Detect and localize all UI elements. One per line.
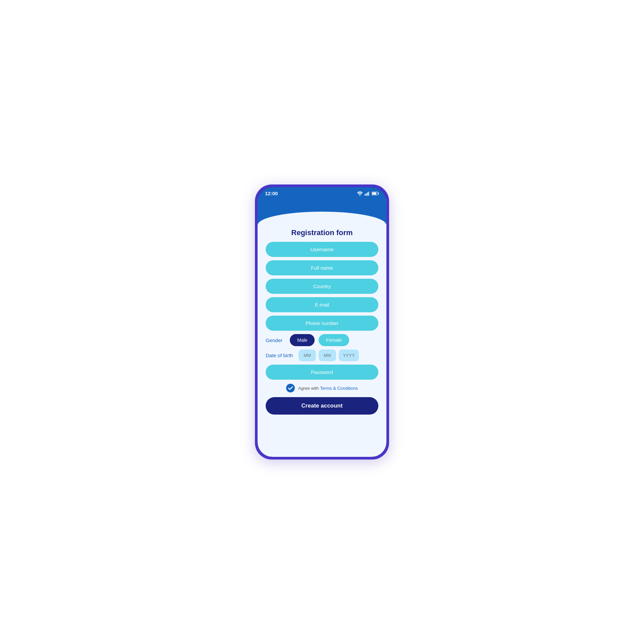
svg-rect-6	[378, 193, 379, 194]
svg-rect-7	[372, 192, 377, 194]
dob-label: Date of birth	[266, 353, 296, 358]
check-icon	[288, 385, 293, 391]
email-input[interactable]	[266, 297, 378, 312]
dob-year-input[interactable]	[339, 350, 359, 361]
gender-label: Gender	[266, 337, 286, 343]
svg-rect-2	[366, 193, 367, 196]
create-account-button[interactable]: Create account	[266, 397, 378, 415]
dob-month-input[interactable]	[299, 350, 316, 361]
phone-screen: 12:00	[258, 187, 386, 457]
svg-rect-3	[367, 192, 368, 196]
status-time: 12:00	[265, 191, 278, 196]
terms-link[interactable]: Terms & Conditions	[320, 386, 358, 391]
status-bar: 12:00	[258, 187, 386, 198]
status-icons	[357, 191, 379, 196]
gender-row: Gender Male Female	[266, 334, 378, 346]
screen-content: Registration form Gender Male Female	[258, 198, 386, 457]
wifi-icon	[357, 191, 363, 196]
agree-text: Agree with	[298, 386, 320, 391]
form-body: Gender Male Female Date of birth	[258, 239, 386, 457]
svg-rect-4	[368, 192, 369, 196]
phone-frame: 12:00	[255, 184, 389, 460]
signal-icon	[365, 191, 370, 196]
svg-point-0	[360, 195, 361, 196]
fullname-input[interactable]	[266, 260, 378, 275]
terms-text: Agree with Terms & Conditions	[298, 386, 358, 391]
header-wave	[258, 198, 386, 225]
female-button[interactable]: Female	[319, 334, 349, 346]
dob-day-input[interactable]	[319, 350, 336, 361]
svg-rect-1	[365, 194, 365, 196]
battery-icon	[372, 191, 379, 196]
dob-row: Date of birth	[266, 350, 378, 361]
country-input[interactable]	[266, 279, 378, 294]
password-input[interactable]	[266, 365, 378, 380]
terms-checkbox[interactable]	[286, 384, 295, 392]
terms-row: Agree with Terms & Conditions	[266, 384, 378, 392]
form-title: Registration form	[258, 225, 386, 239]
male-button[interactable]: Male	[290, 334, 315, 346]
phone-input[interactable]	[266, 316, 378, 331]
username-input[interactable]	[266, 242, 378, 257]
